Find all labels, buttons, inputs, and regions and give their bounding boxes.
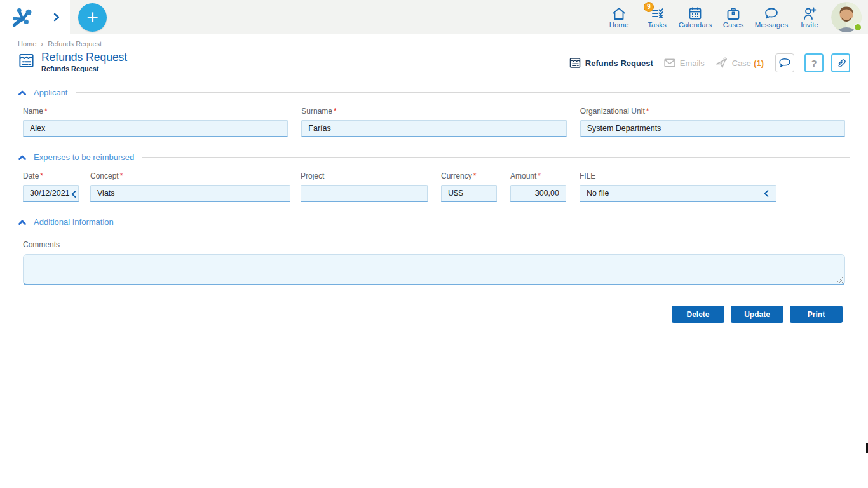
tab-label: Case [732,58,751,68]
tab-refunds-request[interactable]: Refunds Request [569,57,653,69]
form-actions: Delete Update Print [0,306,843,323]
comments-button[interactable] [775,53,794,72]
collapse-expenses-button[interactable] [18,154,27,161]
section-applicant-header: Applicant [18,88,850,97]
concept-field-group: Concept* [90,172,290,202]
breadcrumb-current: Refunds Request [48,40,102,48]
home-icon [611,5,627,20]
section-title: Additional Information [34,217,114,227]
envelope-icon [663,57,676,69]
tab-case[interactable]: Case (1) [715,57,764,69]
section-title: Expenses to be reimbursed [34,152,134,162]
comments-textarea[interactable] [23,254,845,285]
sidebar-expand-button[interactable] [43,13,60,22]
surname-label: Surname* [301,107,566,116]
name-input[interactable] [23,120,288,137]
section-divider-line [76,92,850,93]
nav-item-home[interactable]: Home [600,0,638,34]
tab-emails[interactable]: Emails [663,57,705,69]
refunds-request-screen: + Home 9 Tasks Calendars [0,0,868,488]
applicant-fields-row: Name* Surname* Organizational Unit* [23,107,845,137]
nav-label: Tasks [648,21,666,29]
required-asterisk: * [473,172,477,180]
update-button[interactable]: Update [731,306,783,323]
breadcrumb-separator: › [41,40,43,48]
required-asterisk: * [120,172,123,180]
surname-input[interactable] [301,120,566,137]
currency-input[interactable] [441,185,497,202]
help-button[interactable]: ? [804,53,824,72]
required-asterisk: * [40,172,43,180]
section-divider-line [122,222,850,222]
print-button[interactable]: Print [790,306,843,323]
project-input[interactable] [301,185,428,202]
user-avatar[interactable] [831,2,862,32]
collapse-additional-info-button[interactable] [18,219,27,226]
page-header: Refunds Request Refunds Request Refunds … [18,51,850,72]
header-toolbar: Refunds Request Emails Case (1) ? [569,53,850,72]
new-case-button[interactable]: + [78,3,107,32]
name-field-group: Name* [23,107,288,137]
amount-label: Amount* [510,172,566,180]
processmaker-logo-icon[interactable] [10,5,34,29]
required-asterisk: * [334,107,337,116]
date-input[interactable] [23,185,79,202]
required-asterisk: * [646,107,649,116]
plus-icon: + [86,7,98,27]
comments-label: Comments [23,240,845,249]
file-value: No file [587,189,609,198]
nav-item-cases[interactable]: Cases [714,0,752,34]
chevron-right-icon [53,13,60,22]
delete-button[interactable]: Delete [672,306,724,323]
date-label: Date* [23,172,79,180]
nav-label: Invite [801,21,818,29]
top-navigation: Home 9 Tasks Calendars Cases [600,0,868,34]
chevron-up-icon [18,154,27,161]
nav-item-invite[interactable]: Invite [790,0,829,34]
name-label: Name* [23,107,288,116]
attachments-button[interactable] [831,53,850,72]
currency-label: Currency* [441,172,497,180]
tab-label: Refunds Request [585,58,653,68]
project-field-group: Project [301,172,428,202]
section-divider-line [142,157,850,158]
amount-input[interactable] [510,185,566,202]
tasks-badge: 9 [644,2,654,12]
calendar-icon [688,5,703,20]
toolbar-divider [797,56,797,70]
concept-input[interactable] [90,185,290,202]
top-bar: + Home 9 Tasks Calendars [0,0,868,34]
section-title: Applicant [34,88,67,97]
form-document-icon [18,52,35,72]
question-mark-icon: ? [811,58,817,69]
paperclip-icon [835,57,847,69]
chevron-up-icon [18,90,27,96]
required-asterisk: * [44,107,48,116]
date-field-group: Date* [23,172,79,202]
message-bubble-icon [764,5,779,20]
nav-item-calendars[interactable]: Calendars [676,0,714,34]
amount-field-group: Amount* [510,172,566,202]
org-unit-field-group: Organizational Unit* [580,107,845,137]
breadcrumb: Home › Refunds Request [18,40,868,48]
file-chevron-icon [763,189,770,198]
logo-area [0,0,70,34]
nav-item-tasks[interactable]: 9 Tasks [638,0,676,34]
nav-label: Messages [755,21,788,29]
nav-label: Calendars [679,21,712,29]
collapse-applicant-button[interactable] [18,90,27,96]
project-label: Project [301,172,428,180]
invite-user-icon [802,5,817,20]
case-count: (1) [754,58,764,68]
tab-label: Emails [680,58,705,68]
nav-item-messages[interactable]: Messages [752,0,790,34]
file-input[interactable]: No file [580,185,776,202]
section-additional-info-header: Additional Information [18,217,850,227]
org-unit-input[interactable] [580,120,845,137]
page-subtitle: Refunds Request [41,65,127,72]
org-unit-label: Organizational Unit* [580,107,845,116]
surname-field-group: Surname* [301,107,566,137]
breadcrumb-home[interactable]: Home [18,40,36,48]
briefcase-icon [726,5,741,20]
nav-label: Cases [723,21,744,29]
